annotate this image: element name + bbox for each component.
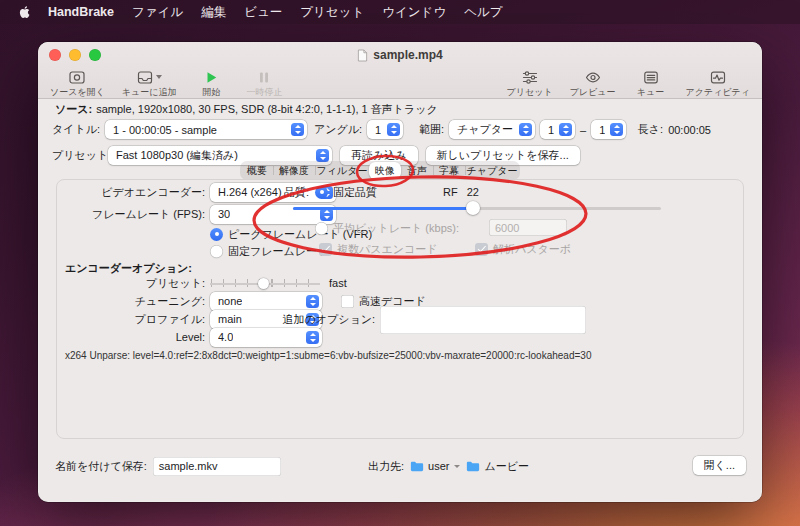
chevron-down-icon [156,75,162,79]
select-arrows-icon [306,295,319,308]
chevron-down-icon [454,465,460,468]
tab-chapters[interactable]: チャプター [465,162,519,179]
select-arrows-icon [519,123,532,136]
tab-summary[interactable]: 概要 [241,162,273,179]
vfr-radio[interactable] [210,228,223,241]
encoder-preset-row: fast [210,274,347,292]
source-label: ソース: [55,103,92,115]
video-settings-panel: ビデオエンコーダー: H.264 (x264) フレームレート (FPS): 3… [56,179,744,439]
extra-options-field[interactable] [380,306,586,334]
stepper-arrows-icon [610,123,623,136]
title-select[interactable]: 1 - 00:00:05 - sample [105,120,307,139]
apple-icon [17,5,30,20]
range-to-stepper[interactable]: 1 [591,120,626,139]
avg-bitrate-radio-row[interactable]: 平均ビットレート (kbps): [315,219,459,237]
turbo-checkbox-row: 解析パスターボ [475,240,571,258]
sliders-icon [522,69,538,85]
open-button[interactable]: 開く... [693,456,746,475]
eye-icon [585,69,601,85]
menu-handbrake[interactable]: HandBrake [39,0,123,24]
tab-dimensions[interactable]: 解像度 [273,162,315,179]
multipass-checkbox-row: 複数パスエンコード [319,240,438,258]
destination-row: 名前を付けて保存: sample.mkv 出力先: user [55,456,746,476]
preset-label: プリセット: [52,148,100,163]
rf-readout: RF 22 [443,183,479,201]
destination-user-popup[interactable]: user [410,456,460,476]
zoom-button[interactable] [89,49,101,61]
save-as-label: 名前を付けて保存: [55,459,147,474]
constant-quality-radio[interactable] [315,186,328,199]
slider-thumb[interactable] [466,201,480,215]
add-to-queue-icon [137,69,162,85]
profile-label: プロファイル: [57,310,205,328]
rf-label: RF [443,186,458,198]
angle-label: アングル: [312,122,362,137]
select-arrows-icon [306,331,319,344]
level-select[interactable]: 4.0 [210,328,322,347]
avg-bitrate-field: 6000 [489,219,567,236]
document-icon [357,49,368,62]
folder-icon [410,460,424,472]
source-value: sample, 1920x1080, 30 FPS, SDR (8-bit 4:… [96,103,438,115]
save-as-group: 名前を付けて保存: sample.mkv [55,456,281,476]
close-button[interactable] [49,49,61,61]
tab-video[interactable]: 映像 [369,162,401,179]
pause-button: 一時停止 [246,69,282,99]
tab-filters[interactable]: フィルター [315,162,369,179]
avg-bitrate-radio[interactable] [315,222,328,235]
angle-select[interactable]: 1 [367,120,403,139]
extra-options-label: 追加のオプション: [297,310,375,328]
title-row: タイトル: 1 - 00:00:05 - sample アングル: 1 範囲: … [52,120,754,139]
menu-help[interactable]: ヘルプ [455,0,511,24]
turbo-checkbox [475,243,488,256]
menu-presets[interactable]: プリセット [291,0,373,24]
apple-menu[interactable] [8,5,39,20]
rf-value: 22 [467,186,479,198]
cfr-radio[interactable] [210,245,223,258]
framerate-label: フレームレート (FPS): [57,205,205,223]
section-tabs: 概要 解像度 フィルター 映像 音声 字幕 チャプター [240,161,520,180]
start-button[interactable]: 開始 [193,69,229,99]
minimize-button[interactable] [69,49,81,61]
encoder-preset-label: プリセット: [57,274,205,292]
menu-window[interactable]: ウインドウ [373,0,455,24]
activity-button[interactable]: アクティビティ [686,69,750,99]
traffic-lights [49,49,101,61]
window-title-text: sample.mp4 [373,48,442,62]
slider-thumb[interactable] [258,278,269,289]
menu-edit[interactable]: 編集 [192,0,235,24]
toolbar-right-group: プリセット プレビュー キュー [507,69,750,99]
queue-list-icon [643,69,659,85]
window-content: ソース:sample, 1920x1080, 30 FPS, SDR (8-bi… [38,99,762,502]
tab-subtitles[interactable]: 字幕 [433,162,465,179]
queue-button[interactable]: キュー [633,69,669,99]
menu-view[interactable]: ビュー [235,0,291,24]
fast-decode-checkbox[interactable] [341,295,354,308]
presets-button[interactable]: プリセット [507,69,553,99]
multipass-checkbox [319,243,332,256]
range-type-select[interactable]: チャプター [449,120,535,139]
preview-button[interactable]: プレビュー [570,69,616,99]
cfr-radio-row[interactable]: 固定フレームレート [210,242,328,260]
title-bar: sample.mp4 [38,42,762,68]
quality-slider[interactable] [293,201,661,215]
duration-label: 長さ: [631,122,663,137]
filename-field[interactable]: sample.mkv [153,457,281,476]
encoder-preset-slider[interactable] [210,276,320,290]
range-from-stepper[interactable]: 1 [540,120,575,139]
tune-row: none [210,292,322,310]
destination-label: 出力先: [368,459,404,474]
menu-bar: HandBrake ファイル 編集 ビュー プリセット ウインドウ ヘルプ [0,0,800,24]
window-title: sample.mp4 [357,48,442,62]
add-to-queue-button[interactable]: キューに追加 [122,69,177,99]
constant-quality-radio-row[interactable]: 固定品質 [315,183,377,201]
slider-fill [293,207,473,210]
destination-folder[interactable]: ムービー [466,456,529,476]
select-arrows-icon [387,123,400,136]
tab-audio[interactable]: 音声 [401,162,433,179]
video-encoder-label: ビデオエンコーダー: [57,183,205,201]
tune-select[interactable]: none [210,292,322,311]
menu-file[interactable]: ファイル [123,0,192,24]
duration-value: 00:00:05 [668,124,711,136]
open-source-button[interactable]: ソースを開く [50,69,105,99]
